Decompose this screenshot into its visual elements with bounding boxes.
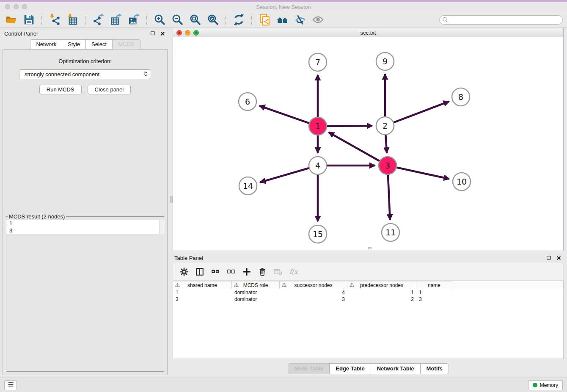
minimize-window-icon[interactable] [14, 4, 19, 9]
node-10[interactable]: 10 [453, 173, 471, 190]
float-panel-icon[interactable] [149, 30, 156, 37]
edge-3-11[interactable] [388, 173, 390, 220]
tab-edge-table[interactable]: Edge Table [329, 363, 371, 374]
node-2[interactable]: 2 [376, 117, 394, 135]
toolbar-separator [251, 14, 252, 26]
search-input[interactable] [439, 15, 563, 25]
svg-text:6: 6 [245, 97, 250, 106]
column-label: MCDS role [243, 282, 268, 288]
cell-name: 1 [416, 290, 452, 295]
canvas-grip-icon[interactable] [368, 247, 372, 249]
maximize-frame-icon[interactable]: + [193, 30, 199, 36]
node-6[interactable]: 6 [239, 93, 256, 110]
save-session-icon[interactable] [22, 13, 36, 27]
close-table-panel-icon[interactable] [555, 254, 562, 261]
memory-button[interactable]: Memory [528, 380, 563, 390]
tab-style[interactable]: Style [62, 39, 86, 50]
column-header-successor-nodes[interactable]: successor nodes [280, 281, 347, 289]
zoom-fit-icon[interactable] [188, 13, 202, 27]
tree-icon [282, 283, 286, 289]
edge-1-2[interactable] [325, 126, 372, 126]
network-window-controls: × − + [176, 30, 199, 36]
home-layout-icon[interactable] [275, 13, 289, 27]
toolbar-separator [226, 14, 226, 26]
zoom-out-icon[interactable] [171, 13, 184, 27]
select-all-icon[interactable] [210, 267, 220, 277]
edge-3-1[interactable] [329, 133, 381, 162]
table-panel-header: Table Panel [173, 253, 564, 263]
delete-row-icon[interactable] [257, 267, 267, 277]
tab-motifs[interactable]: Motifs [420, 363, 449, 374]
export-table-icon[interactable] [109, 13, 123, 27]
export-image-icon[interactable] [127, 13, 140, 27]
import-table-icon[interactable] [66, 13, 79, 27]
mcds-result-box[interactable]: 13 [6, 220, 164, 234]
cell-mcds-role: dominator [232, 296, 280, 302]
settings-gear-icon[interactable] [179, 267, 189, 277]
app-window: Session: New Session Control Panel Netwo… [0, 0, 567, 392]
network-window-title: scc.txt [361, 30, 376, 36]
close-panel-button[interactable]: Close panel [88, 85, 131, 94]
node-9[interactable]: 9 [376, 52, 394, 70]
edge-2-8[interactable] [392, 102, 449, 123]
tab-network-table[interactable]: Network Table [371, 363, 421, 374]
add-row-icon[interactable] [242, 267, 252, 277]
zoom-in-icon[interactable] [153, 13, 166, 27]
mcds-tab-content: Optimization criterion: strongly connect… [3, 49, 168, 375]
close-window-icon[interactable] [5, 4, 10, 9]
node-8[interactable]: 8 [452, 88, 470, 106]
mcds-result-item: 1 [6, 220, 164, 227]
table-row[interactable]: 3dominator323 [173, 296, 563, 303]
edge-2-3[interactable] [385, 133, 387, 153]
zoom-window-icon[interactable] [22, 4, 27, 9]
export-network-icon[interactable] [91, 13, 105, 27]
tab-mcds[interactable]: MCDS [112, 39, 140, 50]
node-11[interactable]: 11 [382, 224, 399, 241]
toolbar-items [4, 13, 325, 27]
tab-select[interactable]: Select [85, 39, 113, 50]
deselect-all-icon[interactable] [226, 267, 236, 277]
network-graph[interactable]: 7968124314101511 [173, 37, 563, 250]
mcds-result-title: MCDS result (2 nodes) [8, 213, 66, 220]
column-label: successor nodes [294, 282, 332, 288]
close-frame-icon[interactable]: × [176, 30, 182, 36]
criterion-select[interactable]: strongly connected component [19, 69, 151, 79]
close-panel-icon[interactable] [159, 30, 166, 37]
open-session-icon[interactable] [4, 13, 18, 27]
node-1[interactable]: 1 [309, 117, 327, 135]
network-window-titlebar[interactable]: × − + scc.txt [173, 28, 563, 37]
node-14[interactable]: 14 [239, 177, 257, 195]
network-canvas[interactable]: 7968124314101511 [173, 37, 563, 250]
svg-text:4: 4 [315, 161, 320, 170]
node-4[interactable]: 4 [309, 157, 327, 174]
tab-network[interactable]: Network [30, 39, 62, 50]
column-split-icon[interactable] [195, 267, 205, 277]
column-header-predecessor-nodes[interactable]: predecessor nodes [347, 281, 416, 289]
memory-label: Memory [540, 382, 558, 388]
result-scrollbar[interactable] [159, 220, 164, 234]
edge-3-10[interactable] [395, 167, 449, 179]
show-style-icon[interactable] [293, 13, 307, 27]
apply-layout-icon[interactable] [232, 13, 245, 27]
node-3[interactable]: 3 [379, 157, 396, 174]
run-mcds-button[interactable]: Run MCDS [39, 85, 82, 94]
edge-1-6[interactable] [259, 106, 311, 124]
clone-network-icon[interactable] [258, 13, 271, 27]
edge-4-14[interactable] [260, 168, 311, 182]
column-header-name[interactable]: name [416, 281, 452, 289]
column-header-shared-name[interactable]: shared name [173, 281, 232, 289]
control-panel-header: Control Panel [0, 28, 170, 39]
minimize-frame-icon[interactable]: − [185, 30, 190, 36]
svg-text:9: 9 [383, 57, 388, 66]
node-15[interactable]: 15 [309, 225, 327, 243]
window-controls [5, 4, 27, 9]
zoom-selected-icon[interactable] [206, 13, 220, 27]
tab-node-table[interactable]: Node Table [288, 363, 330, 374]
app-title: Session: New Session [256, 4, 311, 10]
float-table-panel-icon[interactable] [545, 254, 552, 261]
task-history-button[interactable] [4, 380, 17, 390]
column-header-mcds-role[interactable]: MCDS role [232, 281, 280, 289]
import-network-icon[interactable] [48, 13, 61, 27]
table-row[interactable]: 1dominator411 [173, 289, 563, 296]
node-7[interactable]: 7 [309, 53, 327, 71]
